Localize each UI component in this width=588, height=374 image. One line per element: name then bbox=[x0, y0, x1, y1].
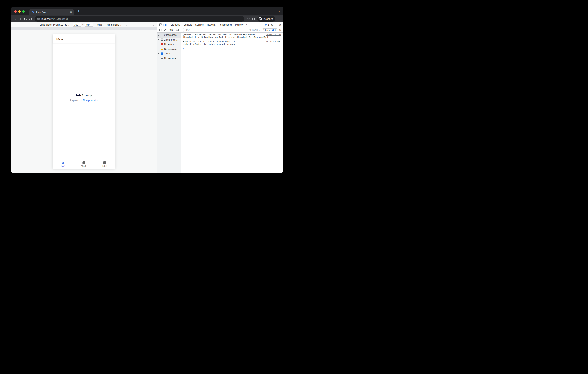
reload-icon[interactable] bbox=[23, 16, 28, 21]
dimensions-times-label: × bbox=[82, 24, 83, 26]
console-toolbar: top▼ All levels▼ 1 Issue: 1 ⚙ bbox=[157, 27, 284, 32]
app-center-block: Tab 1 page Explore UI Components bbox=[53, 93, 115, 102]
text-cursor bbox=[186, 47, 186, 50]
side-panel-icon[interactable] bbox=[251, 16, 256, 21]
devtools-menu-icon[interactable]: ⋮ bbox=[273, 23, 278, 26]
clear-console-icon[interactable] bbox=[163, 28, 167, 32]
home-icon[interactable] bbox=[28, 16, 33, 21]
message-text: disabled, Live Reloading enabled, Progre… bbox=[183, 36, 281, 39]
device-toolbar-toggle-icon[interactable] bbox=[163, 22, 167, 27]
divider bbox=[168, 23, 168, 26]
inspect-element-icon[interactable] bbox=[158, 22, 163, 27]
source-link[interactable]: index.js:551 bbox=[266, 33, 281, 36]
address-bar[interactable]: localhost:4200/tabs/tab1 bbox=[35, 16, 244, 21]
console-settings-icon[interactable]: ⚙ bbox=[279, 28, 282, 32]
media-query-segment bbox=[109, 27, 113, 30]
device-height-input[interactable] bbox=[85, 23, 93, 27]
rotate-device-icon[interactable] bbox=[126, 23, 129, 26]
expand-arrow-icon[interactable]: ▶ bbox=[158, 34, 160, 36]
browser-tab-ionic-app[interactable]: Ionic App ✕ bbox=[29, 9, 74, 15]
console-prompt[interactable] bbox=[181, 46, 284, 51]
media-query-segment bbox=[58, 27, 109, 30]
app-tab-label: Tab 1 bbox=[61, 165, 65, 167]
devtools-close-icon[interactable]: ✕ bbox=[278, 23, 282, 26]
tab-network[interactable]: Network bbox=[205, 22, 217, 27]
sidebar-item-label: No verbose bbox=[164, 57, 176, 60]
sidebar-item-label: 2 messages bbox=[164, 34, 177, 36]
sidebar-item-messages[interactable]: ▶ 2 messages bbox=[157, 33, 181, 38]
device-width-input[interactable] bbox=[73, 23, 81, 27]
site-info-icon[interactable] bbox=[37, 18, 40, 20]
close-window-button[interactable] bbox=[14, 10, 17, 13]
tab-sources[interactable]: Sources bbox=[194, 22, 205, 27]
maximize-window-button[interactable] bbox=[22, 10, 25, 13]
app-tab-label: Tab 2 bbox=[82, 165, 86, 167]
sidebar-item-label: 2 info bbox=[164, 52, 170, 55]
issues-counter-button[interactable]: 1 bbox=[264, 23, 270, 26]
live-expression-eye-icon[interactable] bbox=[175, 28, 180, 32]
issue-chip-label: 1 Issue: bbox=[263, 29, 271, 31]
console-sidebar-toggle-icon[interactable] bbox=[158, 28, 163, 32]
tab-memory[interactable]: Memory bbox=[234, 22, 245, 27]
sidebar-item-warnings[interactable]: No warnings bbox=[157, 47, 181, 52]
prompt-chevron-icon bbox=[183, 48, 185, 49]
device-dimensions-label: Dimensions: iPhone 12 Pro bbox=[40, 23, 67, 26]
console-context-value: top bbox=[169, 29, 173, 31]
more-tabs-icon[interactable]: » bbox=[245, 23, 249, 26]
browser-menu-icon[interactable]: ⋮ bbox=[276, 16, 282, 21]
media-query-segment bbox=[113, 27, 117, 30]
message-text: enableProdMode() to enable production mo… bbox=[183, 43, 281, 45]
bookmark-star-icon[interactable] bbox=[246, 16, 251, 21]
tab-performance[interactable]: Performance bbox=[217, 22, 234, 27]
chevron-down-icon: ▼ bbox=[68, 24, 69, 26]
device-zoom-select[interactable]: 84%▼ bbox=[97, 23, 104, 26]
media-query-segment bbox=[11, 27, 22, 30]
source-link[interactable]: core.mjs:25449 bbox=[263, 40, 281, 43]
sidebar-item-user-messages[interactable]: ▶ 2 user mes… bbox=[157, 38, 181, 42]
app-tab-3[interactable]: Tab 3 bbox=[94, 160, 115, 169]
devtools-tab-bar: Elements Console Sources Network Perform… bbox=[157, 22, 284, 27]
device-toolbar-menu-icon[interactable]: ⋮ bbox=[152, 23, 155, 26]
divider bbox=[181, 28, 181, 32]
app-tab-bar: Tab 1 Tab 2 Tab 3 bbox=[53, 160, 115, 169]
app-tab-1[interactable]: Tab 1 bbox=[53, 160, 74, 169]
incognito-badge: Incognito bbox=[257, 16, 275, 21]
sidebar-item-label: 2 user mes… bbox=[164, 38, 178, 41]
media-query-segment bbox=[54, 27, 58, 30]
tab-elements[interactable]: Elements bbox=[169, 22, 182, 27]
emulated-viewport: Tab 1 Tab 1 page Explore UI Components T… bbox=[11, 30, 157, 173]
throttling-select[interactable]: No throttling▼ bbox=[107, 23, 121, 26]
sidebar-item-label: No errors bbox=[164, 43, 174, 46]
message-text: [webpack-dev-server] Server started: Hot… bbox=[183, 33, 257, 36]
explore-prefix: Explore bbox=[70, 99, 80, 102]
console-issues-button[interactable]: 1 Issue: 1 bbox=[262, 28, 277, 32]
device-dimensions-select[interactable]: Dimensions: iPhone 12 Pro▼ bbox=[40, 23, 69, 26]
expand-arrow-icon[interactable]: ▶ bbox=[158, 53, 160, 54]
devtools-settings-icon[interactable]: ⚙ bbox=[271, 23, 273, 27]
issues-count: 1 bbox=[268, 24, 269, 26]
minimize-window-button[interactable] bbox=[18, 10, 21, 13]
log-levels-select[interactable]: All levels▼ bbox=[247, 29, 262, 31]
media-query-bar[interactable] bbox=[11, 27, 157, 30]
console-filter-input[interactable] bbox=[183, 28, 240, 32]
forward-icon[interactable] bbox=[18, 16, 23, 21]
expand-arrow-icon[interactable]: ▶ bbox=[158, 39, 160, 41]
user-icon bbox=[161, 38, 163, 41]
app-tab-2[interactable]: Tab 2 bbox=[74, 160, 94, 169]
new-tab-button[interactable]: + bbox=[76, 9, 81, 14]
sidebar-item-verbose[interactable]: No verbose bbox=[157, 56, 181, 61]
ionic-app-frame: Tab 1 Tab 1 page Explore UI Components T… bbox=[53, 34, 115, 169]
back-icon[interactable] bbox=[13, 16, 18, 21]
app-header-title: Tab 1 bbox=[56, 37, 63, 40]
tab-search-chevron-icon[interactable]: ⌄ bbox=[278, 9, 280, 12]
console-context-select[interactable]: top▼ bbox=[169, 29, 175, 31]
close-tab-icon[interactable]: ✕ bbox=[70, 11, 72, 13]
app-page-title: Tab 1 page bbox=[53, 93, 115, 97]
tab-console[interactable]: Console bbox=[182, 22, 194, 27]
ui-components-link[interactable]: UI Components bbox=[80, 99, 97, 102]
divider bbox=[168, 28, 168, 32]
browser-toolbar: localhost:4200/tabs/tab1 Incognito ⋮ bbox=[11, 15, 284, 22]
url-text: localhost:4200/tabs/tab1 bbox=[42, 17, 68, 20]
sidebar-item-errors[interactable]: No errors bbox=[157, 42, 181, 47]
sidebar-item-info[interactable]: ▶ 2 info bbox=[157, 51, 181, 56]
